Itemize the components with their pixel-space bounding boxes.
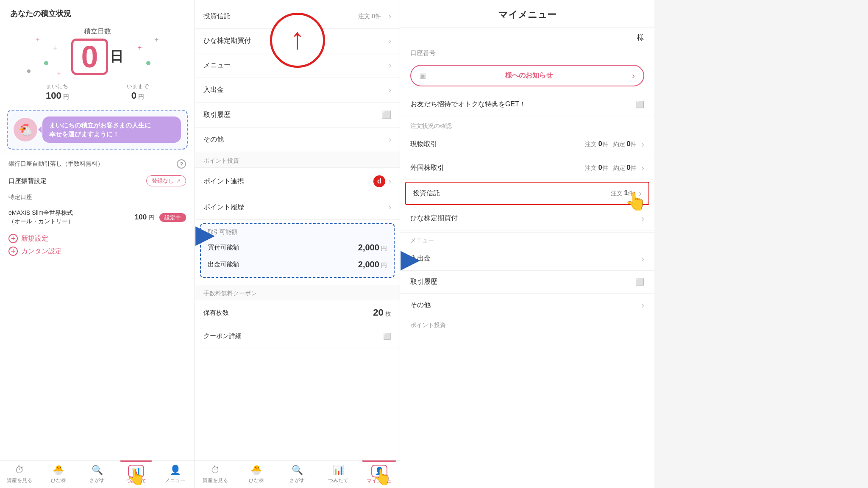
- hinac株-icon: 🐣: [53, 465, 64, 476]
- panel2-nav-mymenu[interactable]: 👤 マイメニュ 👆: [359, 460, 400, 488]
- order-status-label: 注文状況の確認: [400, 118, 654, 133]
- nav-item-assets[interactable]: ⏱ 資産を見る: [0, 460, 39, 488]
- new-setting-link[interactable]: + 新規設定: [8, 234, 186, 243]
- buy-amount-row: 買付可能額 2,000 円: [208, 239, 387, 256]
- d-badge: d: [373, 175, 385, 187]
- hand-cursor3-icon: 👆: [625, 191, 647, 211]
- up-arrow-icon: ↑: [290, 24, 305, 53]
- bank-section: 銀行口座自動引落し（手数料無料） ?: [0, 153, 195, 172]
- p2-hina-icon: 🐣: [250, 465, 262, 476]
- circle-plus-icon2: +: [8, 247, 18, 256]
- chevron-icon-p3: ›: [641, 139, 644, 149]
- square-icon3: ⬜: [636, 100, 644, 108]
- user-row: 様: [400, 28, 654, 46]
- fund-row[interactable]: eMAXIS Slim全世界株式（オール・カントリー） 100 円 設定中: [0, 205, 195, 230]
- p3-trade-history-item[interactable]: 取引履歴 ⬜: [400, 271, 654, 294]
- panel2-nav-tsumitate[interactable]: 📊 つみたて: [318, 460, 359, 488]
- foreign-stock-item[interactable]: 外国株取引 注文 0件 約定 0件 ›: [400, 156, 654, 180]
- chevron-icon6: ›: [389, 177, 391, 186]
- days-number: 0: [71, 39, 108, 75]
- setting-badge: 設定中: [159, 213, 186, 222]
- panel1-header: あなたの積立状況: [0, 0, 195, 23]
- help-icon[interactable]: ?: [177, 159, 186, 169]
- nav-item-tsumitate[interactable]: 📊 つみたて 👆: [117, 460, 156, 488]
- p3-point-section: ポイント投資: [400, 317, 654, 332]
- panel-savings: あなたの積立状況 積立日数 + + + 0 日 + + まいにち: [0, 0, 195, 488]
- notify-chevron-icon: ›: [632, 71, 635, 80]
- coupon-section: 手数料無料クーポン 保有枚数 20 枚 クーポン詳細 ⬜: [195, 281, 400, 351]
- square-icon4: ⬜: [636, 278, 644, 286]
- panel2-nav-hina[interactable]: 🐣 ひな株: [236, 460, 277, 488]
- chevron-icon-p3d: ›: [641, 214, 644, 223]
- menu-item-trade-history[interactable]: 取引履歴 ⬜: [195, 103, 400, 128]
- friend-invite-item[interactable]: お友だち招待でオトクな特典をGET！ ⬜: [400, 93, 654, 116]
- chevron-icon5: ›: [389, 135, 391, 144]
- panel-menu: ↑ 投資信託 注文 0件 › ひな株定期買付 › メニュー › 入出金 › 取引…: [195, 0, 400, 488]
- coupon-hold-row: 保有枚数 20 枚: [195, 300, 400, 325]
- hina-teiki-item[interactable]: ひな株定期買付 ›: [400, 207, 654, 230]
- fund-amount: 100 円 設定中: [135, 213, 186, 222]
- chevron-icon3: ›: [389, 61, 391, 70]
- menu-item-point-history[interactable]: ポイント履歴 ›: [195, 195, 400, 220]
- assets-icon: ⏱: [15, 465, 24, 476]
- withdraw-amount-row: 出金可能額 2,000 円: [208, 256, 387, 273]
- savings-sub: まいにち 100 円 いままで 0 円: [0, 78, 195, 106]
- not-registered-badge[interactable]: 登録なし ↗: [146, 175, 186, 186]
- nav-item-menu[interactable]: 👤 メニュー: [156, 460, 195, 488]
- square-icon: ⬜: [382, 110, 391, 119]
- point-section-label: ポイント投資: [195, 152, 400, 168]
- fund-name: eMAXIS Slim全世界株式（オール・カントリー）: [8, 209, 74, 225]
- nav-item-hinac株[interactable]: 🐣 ひな株: [39, 460, 78, 488]
- p3-deposit-item[interactable]: 入出金 ›: [400, 247, 654, 271]
- savings-days-label: 積立日数: [84, 27, 111, 36]
- chevron-icon-p3b: ›: [641, 163, 644, 173]
- menu-item-point-link[interactable]: ポイント連携 d ›: [195, 168, 400, 195]
- notify-button[interactable]: ▣ 様へのお知らせ ›: [410, 65, 644, 86]
- chevron-icon7: ›: [389, 203, 391, 212]
- chevron-icon2: ›: [389, 36, 391, 45]
- days-display: + + + 0 日 + +: [70, 39, 125, 75]
- nav-item-search[interactable]: 🔍 さがす: [78, 460, 117, 488]
- menu-list: 投資信託 注文 0件 › ひな株定期買付 › メニュー › 入出金 › 取引履歴…: [195, 0, 400, 460]
- account-transfer-row[interactable]: 口座振替設定 登録なし ↗: [0, 172, 195, 190]
- panel1-bottom-nav: ⏱ 資産を見る 🐣 ひな株 🔍 さがす 📊 つみたて 👆 👤 メニュー: [0, 460, 195, 488]
- spot-trading-item[interactable]: 現物取引 注文 0件 約定 0件 ›: [400, 133, 654, 156]
- chevron-icon-p3f: ›: [641, 300, 644, 310]
- coupon-detail-row[interactable]: クーポン詳細 ⬜: [195, 325, 400, 347]
- account-number-section: 口座番号: [400, 46, 654, 62]
- panel2-bottom-nav: ⏱ 資産を見る 🐣 ひな株 🔍 さがす 📊 つみたて 👤 マイメニュ 👆: [195, 460, 400, 488]
- menu-item-other[interactable]: その他 ›: [195, 128, 400, 152]
- special-account-label: 特定口座: [0, 190, 195, 205]
- investment-trust-item[interactable]: 投資信託 注文 1件 ›: [405, 182, 649, 205]
- total-amount: いままで 0 円: [127, 83, 149, 101]
- menu-icon: 👤: [170, 465, 181, 476]
- simple-setting-link[interactable]: + カンタン設定: [8, 247, 186, 256]
- panel2-nav-search[interactable]: 🔍 さがす: [277, 460, 318, 488]
- p2-tsumitate-icon: 📊: [333, 465, 344, 476]
- panel-mymenu: マイメニュー 様 口座番号 ▣ 様へのお知らせ › お友だち招待でオトクな特典を…: [400, 0, 654, 488]
- coupon-section-label: 手数料無料クーポン: [195, 285, 400, 300]
- notify-icon: ▣: [420, 72, 426, 80]
- mascot-area: 🐔 まいにちの積立がお客さまの人生に幸せを運びますように！: [7, 110, 188, 150]
- blue-arrow-1: ▶: [195, 222, 215, 247]
- days-unit: 日: [110, 47, 123, 66]
- circle-plus-icon: +: [8, 234, 18, 243]
- daily-amount: まいにち 100 円: [46, 83, 69, 101]
- up-arrow-overlay: ↑: [270, 13, 325, 68]
- chevron-icon: ›: [389, 12, 391, 21]
- chevron-icon-p3e: ›: [641, 254, 644, 263]
- square-icon2: ⬜: [383, 333, 391, 340]
- panel2-nav-assets[interactable]: ⏱ 資産を見る: [195, 460, 236, 488]
- chevron-icon4: ›: [389, 86, 391, 94]
- mascot-icon: 🐔: [14, 118, 37, 141]
- external-link-icon: ↗: [176, 178, 181, 184]
- blue-arrow-2: ▶: [401, 246, 420, 272]
- p2-assets-icon: ⏱: [211, 465, 220, 476]
- menu-item-deposit[interactable]: 入出金 ›: [195, 78, 400, 103]
- p2-search-icon: 🔍: [292, 465, 303, 476]
- p3-other-item[interactable]: その他 ›: [400, 294, 654, 317]
- panel3-menu-section-label: メニュー: [400, 232, 654, 247]
- hand-cursor-icon: 👆: [127, 468, 146, 486]
- panel3-title: マイメニュー: [400, 0, 654, 28]
- search-icon: 🔍: [92, 465, 103, 476]
